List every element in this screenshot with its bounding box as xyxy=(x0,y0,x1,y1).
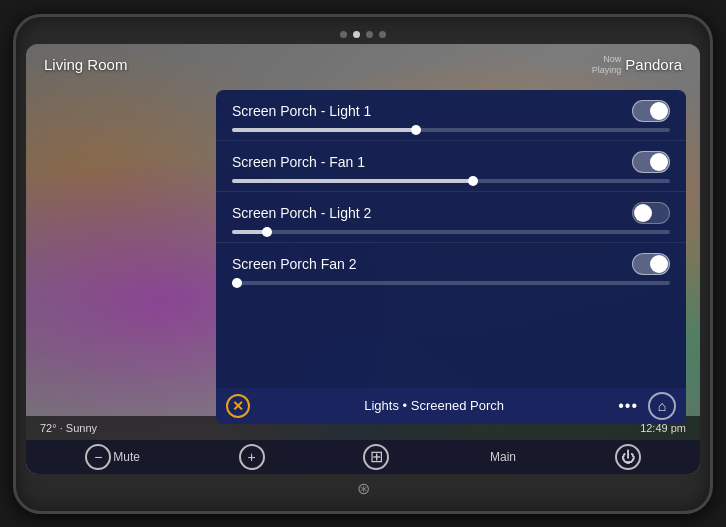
popup-bottom-bar: ✕ Lights • Screened Porch ••• ⌂ xyxy=(216,388,686,424)
slider-track-light2[interactable] xyxy=(232,230,670,234)
home-button[interactable]: ⌂ xyxy=(648,392,676,420)
items-list: Screen Porch - Light 1 Screen Porch - Fa… xyxy=(216,90,686,388)
home-icon: ⌂ xyxy=(658,398,666,414)
mute-icon: − xyxy=(85,444,111,470)
slider-fill-fan1 xyxy=(232,179,473,183)
main-button[interactable]: Main xyxy=(488,450,516,464)
weather-status: 72° · Sunny xyxy=(40,422,97,434)
toggle-fan2[interactable] xyxy=(632,253,670,275)
power-icon: ⏻ xyxy=(615,444,641,470)
slider-thumb-light1 xyxy=(411,125,421,135)
toggle-knob-light2 xyxy=(634,204,652,222)
item-row-2: Screen Porch - Fan 1 xyxy=(232,151,670,173)
bottom-logo: ⊛ xyxy=(26,474,700,501)
top-bar: Living Room Now Playing Pandora xyxy=(26,44,700,86)
toggle-light1[interactable] xyxy=(632,100,670,122)
slider-thumb-light2 xyxy=(262,227,272,237)
item-label-fan1: Screen Porch - Fan 1 xyxy=(232,154,365,170)
list-item: Screen Porch - Light 1 xyxy=(216,90,686,141)
slider-track-light1[interactable] xyxy=(232,128,670,132)
bottom-controls: − Mute + ⊞ Main ⏻ xyxy=(26,440,700,474)
page-indicators xyxy=(26,27,700,44)
popup-title: Lights • Screened Porch xyxy=(364,398,504,413)
slider-fill-light1 xyxy=(232,128,416,132)
dot-1 xyxy=(340,31,347,38)
slider-thumb-fan2 xyxy=(232,278,242,288)
mute-label: Mute xyxy=(113,450,140,464)
more-options-button[interactable]: ••• xyxy=(618,397,638,415)
list-item: Screen Porch Fan 2 xyxy=(216,243,686,293)
room-label: Living Room xyxy=(44,56,127,73)
close-button[interactable]: ✕ xyxy=(226,394,250,418)
item-label-light1: Screen Porch - Light 1 xyxy=(232,103,371,119)
item-row-3: Screen Porch - Light 2 xyxy=(232,202,670,224)
mute-button[interactable]: − Mute xyxy=(85,444,140,470)
toggle-knob-fan2 xyxy=(650,255,668,273)
dot-4 xyxy=(379,31,386,38)
toggle-knob-fan1 xyxy=(650,153,668,171)
item-row-1: Screen Porch - Light 1 xyxy=(232,100,670,122)
top-bar-right: Now Playing Pandora xyxy=(592,54,682,76)
now-playing-label: Now Playing xyxy=(592,54,622,76)
item-label-light2: Screen Porch - Light 2 xyxy=(232,205,371,221)
item-row-4: Screen Porch Fan 2 xyxy=(232,253,670,275)
dot-2 xyxy=(353,31,360,38)
add-button[interactable]: + xyxy=(239,444,265,470)
add-icon: + xyxy=(239,444,265,470)
toggle-fan1[interactable] xyxy=(632,151,670,173)
toggle-light2[interactable] xyxy=(632,202,670,224)
slider-track-fan2[interactable] xyxy=(232,281,670,285)
list-item: Screen Porch - Fan 1 xyxy=(216,141,686,192)
power-button[interactable]: ⏻ xyxy=(615,444,641,470)
popup-bottom-right: ••• ⌂ xyxy=(618,392,676,420)
main-label: Main xyxy=(490,450,516,464)
display-icon: ⊞ xyxy=(363,444,389,470)
service-label: Pandora xyxy=(625,56,682,73)
toggle-knob-light1 xyxy=(650,102,668,120)
dot-3 xyxy=(366,31,373,38)
device-frame: Living Room Now Playing Pandora Screen P… xyxy=(13,14,713,514)
screen: Living Room Now Playing Pandora Screen P… xyxy=(26,44,700,474)
display-button[interactable]: ⊞ xyxy=(363,444,389,470)
list-item: Screen Porch - Light 2 xyxy=(216,192,686,243)
item-label-fan2: Screen Porch Fan 2 xyxy=(232,256,357,272)
brand-logo-icon: ⊛ xyxy=(357,480,370,497)
close-icon: ✕ xyxy=(232,398,244,414)
slider-thumb-fan1 xyxy=(468,176,478,186)
popup-panel: Screen Porch - Light 1 Screen Porch - Fa… xyxy=(216,90,686,424)
slider-track-fan1[interactable] xyxy=(232,179,670,183)
